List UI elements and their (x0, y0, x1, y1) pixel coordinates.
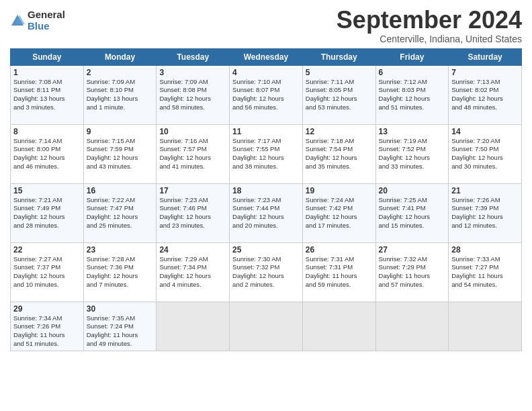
header-day-sunday: Sunday (11, 48, 84, 65)
day-number: 5 (306, 68, 373, 77)
day-cell: 14Sunrise: 7:20 AM Sunset: 7:50 PM Dayli… (449, 124, 522, 183)
day-cell: 27Sunrise: 7:32 AM Sunset: 7:29 PM Dayli… (375, 242, 449, 302)
day-cell: 29Sunrise: 7:34 AM Sunset: 7:26 PM Dayli… (11, 302, 84, 351)
day-number: 11 (232, 127, 300, 136)
header-day-monday: Monday (83, 48, 157, 65)
day-info: Sunrise: 7:09 AM Sunset: 8:08 PM Dayligh… (159, 78, 226, 112)
day-cell (157, 302, 230, 351)
page: General Blue September 2024 Centerville,… (0, 0, 532, 411)
week-row-1: 8Sunrise: 7:14 AM Sunset: 8:00 PM Daylig… (11, 124, 522, 183)
header-day-thursday: Thursday (302, 48, 375, 65)
month-title: September 2024 (337, 7, 522, 34)
header-day-friday: Friday (375, 48, 449, 65)
day-cell (375, 302, 449, 351)
day-cell: 20Sunrise: 7:25 AM Sunset: 7:41 PM Dayli… (375, 183, 449, 242)
day-cell: 30Sunrise: 7:35 AM Sunset: 7:24 PM Dayli… (83, 302, 157, 351)
logo: General Blue (10, 9, 65, 32)
title-block: September 2024 Centerville, Indiana, Uni… (337, 7, 522, 44)
day-number: 18 (232, 186, 300, 195)
day-info: Sunrise: 7:23 AM Sunset: 7:44 PM Dayligh… (232, 196, 300, 230)
day-info: Sunrise: 7:17 AM Sunset: 7:55 PM Dayligh… (232, 137, 300, 171)
day-number: 24 (159, 245, 226, 255)
week-row-3: 22Sunrise: 7:27 AM Sunset: 7:37 PM Dayli… (11, 242, 522, 302)
day-cell: 17Sunrise: 7:23 AM Sunset: 7:46 PM Dayli… (157, 183, 230, 242)
day-number: 20 (379, 186, 446, 195)
day-info: Sunrise: 7:35 AM Sunset: 7:24 PM Dayligh… (87, 314, 154, 349)
day-cell: 5Sunrise: 7:11 AM Sunset: 8:05 PM Daylig… (302, 65, 375, 124)
header-day-tuesday: Tuesday (157, 48, 230, 65)
day-number: 3 (159, 68, 226, 77)
day-cell: 3Sunrise: 7:09 AM Sunset: 8:08 PM Daylig… (157, 65, 230, 124)
week-row-4: 29Sunrise: 7:34 AM Sunset: 7:26 PM Dayli… (11, 302, 522, 351)
day-info: Sunrise: 7:32 AM Sunset: 7:29 PM Dayligh… (379, 255, 446, 289)
day-cell (230, 302, 303, 351)
day-cell: 16Sunrise: 7:22 AM Sunset: 7:47 PM Dayli… (83, 183, 157, 242)
logo-blue: Blue (28, 21, 65, 32)
day-cell: 24Sunrise: 7:29 AM Sunset: 7:34 PM Dayli… (157, 242, 230, 302)
day-number: 16 (87, 186, 154, 195)
day-info: Sunrise: 7:28 AM Sunset: 7:36 PM Dayligh… (87, 255, 154, 289)
day-info: Sunrise: 7:11 AM Sunset: 8:05 PM Dayligh… (306, 78, 373, 112)
day-cell: 2Sunrise: 7:09 AM Sunset: 8:10 PM Daylig… (83, 65, 157, 124)
day-info: Sunrise: 7:20 AM Sunset: 7:50 PM Dayligh… (451, 137, 519, 171)
day-info: Sunrise: 7:19 AM Sunset: 7:52 PM Dayligh… (379, 137, 446, 171)
day-info: Sunrise: 7:27 AM Sunset: 7:37 PM Dayligh… (13, 255, 81, 289)
day-number: 4 (232, 68, 300, 77)
calendar-table: SundayMondayTuesdayWednesdayThursdayFrid… (10, 48, 522, 351)
logo-text: General Blue (28, 9, 65, 32)
day-cell: 26Sunrise: 7:31 AM Sunset: 7:31 PM Dayli… (302, 242, 375, 302)
day-cell: 19Sunrise: 7:24 AM Sunset: 7:42 PM Dayli… (302, 183, 375, 242)
day-info: Sunrise: 7:33 AM Sunset: 7:27 PM Dayligh… (451, 255, 519, 289)
day-number: 28 (451, 245, 519, 255)
day-info: Sunrise: 7:14 AM Sunset: 8:00 PM Dayligh… (13, 137, 81, 171)
day-number: 14 (451, 127, 519, 136)
day-number: 13 (379, 127, 446, 136)
header-day-saturday: Saturday (449, 48, 522, 65)
day-number: 12 (306, 127, 373, 136)
header-day-wednesday: Wednesday (230, 48, 303, 65)
day-cell: 10Sunrise: 7:16 AM Sunset: 7:57 PM Dayli… (157, 124, 230, 183)
day-cell: 12Sunrise: 7:18 AM Sunset: 7:54 PM Dayli… (302, 124, 375, 183)
week-row-2: 15Sunrise: 7:21 AM Sunset: 7:49 PM Dayli… (11, 183, 522, 242)
day-info: Sunrise: 7:30 AM Sunset: 7:32 PM Dayligh… (232, 255, 300, 289)
day-cell: 6Sunrise: 7:12 AM Sunset: 8:03 PM Daylig… (375, 65, 449, 124)
day-number: 6 (379, 68, 446, 77)
day-number: 27 (379, 245, 446, 255)
day-info: Sunrise: 7:10 AM Sunset: 8:07 PM Dayligh… (232, 78, 300, 112)
day-number: 10 (159, 127, 226, 136)
day-number: 9 (87, 127, 154, 136)
logo-icon (10, 13, 25, 28)
day-cell: 15Sunrise: 7:21 AM Sunset: 7:49 PM Dayli… (11, 183, 84, 242)
day-number: 2 (87, 68, 154, 77)
day-cell: 13Sunrise: 7:19 AM Sunset: 7:52 PM Dayli… (375, 124, 449, 183)
day-number: 25 (232, 245, 300, 255)
day-number: 21 (451, 186, 519, 195)
day-info: Sunrise: 7:09 AM Sunset: 8:10 PM Dayligh… (87, 78, 154, 112)
logo-general: General (28, 9, 65, 21)
day-cell (302, 302, 375, 351)
day-info: Sunrise: 7:21 AM Sunset: 7:49 PM Dayligh… (13, 196, 81, 230)
day-number: 7 (451, 68, 519, 77)
day-info: Sunrise: 7:12 AM Sunset: 8:03 PM Dayligh… (379, 78, 446, 112)
day-number: 26 (306, 245, 373, 255)
day-cell: 7Sunrise: 7:13 AM Sunset: 8:02 PM Daylig… (449, 65, 522, 124)
header-row: SundayMondayTuesdayWednesdayThursdayFrid… (11, 48, 522, 65)
day-cell: 8Sunrise: 7:14 AM Sunset: 8:00 PM Daylig… (11, 124, 84, 183)
day-cell: 22Sunrise: 7:27 AM Sunset: 7:37 PM Dayli… (11, 242, 84, 302)
week-row-0: 1Sunrise: 7:08 AM Sunset: 8:11 PM Daylig… (11, 65, 522, 124)
day-info: Sunrise: 7:23 AM Sunset: 7:46 PM Dayligh… (159, 196, 226, 230)
day-info: Sunrise: 7:25 AM Sunset: 7:41 PM Dayligh… (379, 196, 446, 230)
day-info: Sunrise: 7:34 AM Sunset: 7:26 PM Dayligh… (13, 314, 81, 349)
day-number: 17 (159, 186, 226, 195)
header: General Blue September 2024 Centerville,… (10, 7, 522, 44)
day-info: Sunrise: 7:22 AM Sunset: 7:47 PM Dayligh… (87, 196, 154, 230)
day-cell: 28Sunrise: 7:33 AM Sunset: 7:27 PM Dayli… (449, 242, 522, 302)
day-info: Sunrise: 7:26 AM Sunset: 7:39 PM Dayligh… (451, 196, 519, 230)
day-info: Sunrise: 7:24 AM Sunset: 7:42 PM Dayligh… (306, 196, 373, 230)
day-cell: 11Sunrise: 7:17 AM Sunset: 7:55 PM Dayli… (230, 124, 303, 183)
day-number: 30 (87, 304, 154, 314)
day-number: 22 (13, 245, 81, 255)
day-info: Sunrise: 7:16 AM Sunset: 7:57 PM Dayligh… (159, 137, 226, 171)
day-cell: 4Sunrise: 7:10 AM Sunset: 8:07 PM Daylig… (230, 65, 303, 124)
day-info: Sunrise: 7:18 AM Sunset: 7:54 PM Dayligh… (306, 137, 373, 171)
